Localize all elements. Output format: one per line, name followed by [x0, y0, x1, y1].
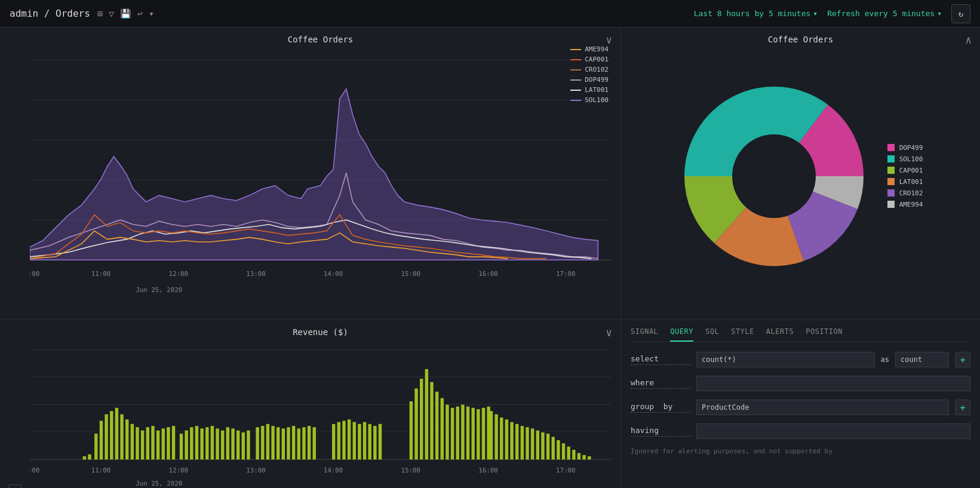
svg-rect-72	[247, 431, 250, 460]
svg-rect-127	[572, 450, 575, 459]
chart-add-button[interactable]: +	[8, 484, 21, 488]
svg-rect-100	[435, 392, 438, 460]
refresh-label: Refresh every 5 minutes	[827, 9, 935, 18]
bar-chart-collapse[interactable]: ∨	[606, 326, 612, 339]
svg-point-131	[732, 134, 816, 218]
svg-text:10:00: 10:00	[30, 466, 39, 474]
query-alias-input[interactable]	[895, 352, 949, 367]
svg-text:17:00: 17:00	[556, 466, 576, 474]
svg-rect-92	[368, 424, 371, 459]
donut-legend-label-ame994: AME994	[899, 201, 923, 208]
tab-alerts[interactable]: ALERTS	[766, 327, 794, 342]
svg-rect-84	[313, 427, 316, 459]
save-icon[interactable]: 💾	[120, 8, 131, 19]
legend-label-ame994: AME994	[585, 45, 609, 53]
svg-rect-62	[195, 426, 198, 459]
donut-legend-cap001: CAP001	[887, 167, 923, 174]
svg-rect-117	[521, 426, 524, 459]
svg-rect-123	[552, 437, 555, 459]
dropdown-icon[interactable]: ▾	[149, 8, 154, 19]
query-as-label: as	[881, 355, 889, 364]
query-having-input[interactable]	[696, 423, 970, 439]
query-where-row: where	[631, 376, 970, 391]
svg-text:Jun 25, 2020: Jun 25, 2020	[136, 286, 182, 294]
filter-icon[interactable]: ▽	[109, 8, 114, 19]
bar-chart-container: Revenue ($) ∨ 0 1000 2000 3000 4000 10:0…	[0, 320, 620, 488]
tab-sql[interactable]: SQL	[705, 327, 719, 342]
svg-rect-130	[588, 456, 591, 459]
svg-rect-57	[167, 427, 170, 459]
svg-rect-75	[266, 424, 269, 459]
svg-rect-45	[105, 415, 107, 460]
svg-text:14:00: 14:00	[324, 270, 343, 278]
query-panel: SIGNAL QUERY SQL STYLE ALERTS POSITION s…	[621, 320, 980, 488]
donut-legend-ame994: AME994	[887, 201, 923, 208]
svg-rect-118	[526, 427, 529, 459]
refresh-button[interactable]: ↻	[951, 4, 970, 23]
svg-rect-61	[190, 427, 193, 459]
svg-rect-53	[146, 427, 149, 459]
header-icons: ⊞ ▽ 💾 ↩ ▾	[97, 8, 154, 19]
line-chart-container: Coffee Orders ∨ AME994 CAP001 CRO102	[0, 27, 620, 320]
svg-rect-119	[531, 428, 534, 459]
svg-rect-66	[216, 428, 219, 459]
query-select-row: select as +	[631, 352, 970, 367]
svg-text:17:00: 17:00	[556, 270, 576, 278]
svg-rect-124	[557, 440, 560, 459]
undo-icon[interactable]: ↩	[137, 8, 143, 19]
svg-rect-122	[546, 434, 549, 459]
query-where-input[interactable]	[696, 376, 970, 391]
svg-rect-97	[420, 379, 423, 459]
expand-icon[interactable]: ⊞	[97, 8, 103, 19]
query-select-input[interactable]	[696, 352, 875, 367]
svg-rect-93	[373, 426, 376, 459]
svg-text:16:00: 16:00	[478, 466, 498, 474]
refresh-chevron: ▾	[937, 9, 942, 18]
tab-query[interactable]: QUERY	[670, 327, 693, 342]
query-select-add-button[interactable]: +	[955, 352, 970, 367]
donut-legend-sol100: SOL100	[887, 155, 923, 163]
donut-chart-title: Coffee Orders	[628, 35, 973, 44]
svg-rect-107	[471, 408, 474, 459]
svg-rect-109	[482, 408, 485, 459]
query-groupby-input[interactable]	[696, 400, 949, 415]
svg-rect-115	[510, 422, 513, 460]
legend-lat001: LAT001	[570, 86, 609, 94]
svg-rect-42	[88, 455, 91, 460]
tab-signal[interactable]: SIGNAL	[631, 327, 658, 342]
svg-text:11:00: 11:00	[91, 270, 111, 278]
time-selector[interactable]: Last 8 hours by 5 minutes ▾	[694, 9, 818, 18]
svg-rect-78	[282, 428, 285, 459]
svg-rect-63	[200, 428, 203, 459]
tab-position[interactable]: POSITION	[806, 327, 843, 342]
svg-text:15:00: 15:00	[401, 466, 421, 474]
svg-rect-88	[348, 419, 351, 459]
svg-text:12:00: 12:00	[168, 270, 188, 278]
svg-rect-52	[141, 431, 144, 460]
svg-rect-41	[83, 456, 86, 459]
query-groupby-add-button[interactable]: +	[955, 400, 970, 415]
svg-rect-77	[277, 427, 279, 459]
query-groupby-label: group by	[631, 402, 690, 413]
svg-rect-54	[151, 426, 154, 459]
svg-rect-90	[358, 424, 361, 459]
bar-chart-title: Revenue ($)	[30, 327, 611, 337]
tab-style[interactable]: STYLE	[731, 327, 754, 342]
line-chart-collapse[interactable]: ∨	[606, 33, 612, 46]
svg-text:12:00: 12:00	[168, 466, 188, 474]
svg-rect-95	[410, 401, 413, 459]
svg-rect-55	[156, 431, 159, 460]
svg-rect-96	[414, 388, 417, 459]
svg-rect-71	[242, 432, 245, 459]
legend-ame994: AME994	[570, 45, 609, 53]
donut-collapse-button[interactable]: ∧	[965, 33, 972, 46]
svg-rect-129	[582, 455, 585, 460]
svg-rect-103	[451, 408, 454, 459]
legend-label-dop499: DOP499	[585, 76, 609, 84]
svg-text:11:00: 11:00	[91, 466, 111, 474]
svg-rect-125	[562, 443, 565, 459]
refresh-selector[interactable]: Refresh every 5 minutes ▾	[827, 9, 942, 18]
svg-rect-59	[180, 434, 183, 459]
svg-text:14:00: 14:00	[324, 466, 343, 474]
svg-rect-121	[541, 432, 544, 459]
